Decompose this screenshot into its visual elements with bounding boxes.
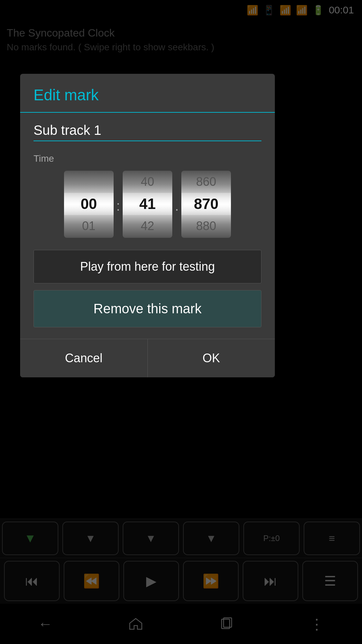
edit-mark-dialog: Edit mark Time 00 01 : 40 41 42 . [20,74,275,377]
dialog-title: Edit mark [34,86,261,104]
ms-top: 860 [181,171,231,193]
time-label: Time [34,153,261,164]
separator-colon: : [114,199,123,214]
separator-dot: . [172,199,181,214]
time-picker: 00 01 : 40 41 42 . 860 870 880 [34,171,261,238]
dialog-actions: Cancel OK [20,339,275,377]
minutes-center: 00 [64,193,114,215]
seconds-top: 40 [123,171,172,193]
minutes-bottom: 01 [64,215,114,237]
ms-bottom: 880 [181,215,231,237]
minutes-top [64,171,114,193]
cancel-button[interactable]: Cancel [20,339,148,377]
track-name-input[interactable] [34,123,261,138]
dialog-title-area: Edit mark [20,74,275,113]
ms-center: 870 [181,193,231,215]
dialog-body: Time 00 01 : 40 41 42 . 860 870 880 [20,113,275,339]
seconds-roller[interactable]: 40 41 42 [123,171,172,238]
ok-button[interactable]: OK [148,339,275,377]
track-name-container [34,123,261,141]
remove-mark-button[interactable]: Remove this mark [34,290,261,327]
play-from-here-button[interactable]: Play from here for testing [34,250,261,283]
minutes-roller[interactable]: 00 01 [64,171,114,238]
seconds-bottom: 42 [123,215,172,237]
seconds-center: 41 [123,193,172,215]
milliseconds-roller[interactable]: 860 870 880 [181,171,231,238]
